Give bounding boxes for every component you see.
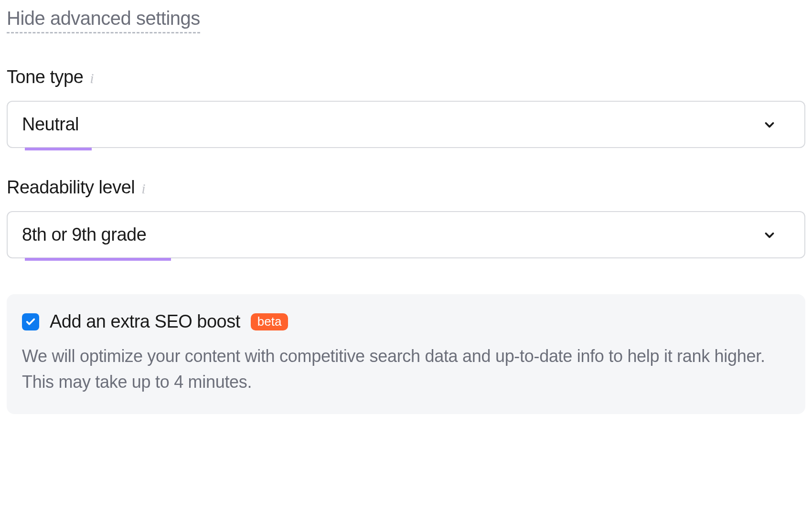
info-icon[interactable]: i <box>90 71 94 85</box>
readability-underline-accent <box>25 258 171 261</box>
tone-type-field: Tone type i Neutral <box>7 67 805 150</box>
seo-boost-description: We will optimize your content with compe… <box>22 343 790 395</box>
readability-label: Readability level <box>7 177 135 198</box>
tone-type-select[interactable]: Neutral <box>7 101 805 148</box>
tone-type-select-wrap: Neutral <box>7 101 805 150</box>
seo-boost-title: Add an extra SEO boost <box>50 311 240 332</box>
seo-boost-header: Add an extra SEO boost beta <box>22 311 790 332</box>
chevron-down-icon <box>763 118 776 131</box>
tone-type-value: Neutral <box>22 114 79 135</box>
tone-underline-accent <box>25 148 92 150</box>
beta-badge: beta <box>251 313 288 330</box>
tone-type-label-row: Tone type i <box>7 67 805 87</box>
info-icon[interactable]: i <box>141 181 145 196</box>
readability-field: Readability level i 8th or 9th grade <box>7 177 805 261</box>
readability-select-wrap: 8th or 9th grade <box>7 211 805 261</box>
seo-boost-checkbox[interactable] <box>22 313 39 330</box>
hide-advanced-settings-link[interactable]: Hide advanced settings <box>7 8 200 33</box>
chevron-down-icon <box>763 229 776 241</box>
readability-select[interactable]: 8th or 9th grade <box>7 211 805 258</box>
tone-type-label: Tone type <box>7 67 83 87</box>
readability-value: 8th or 9th grade <box>22 224 146 245</box>
readability-label-row: Readability level i <box>7 177 805 198</box>
seo-boost-card: Add an extra SEO boost beta We will opti… <box>7 294 805 414</box>
